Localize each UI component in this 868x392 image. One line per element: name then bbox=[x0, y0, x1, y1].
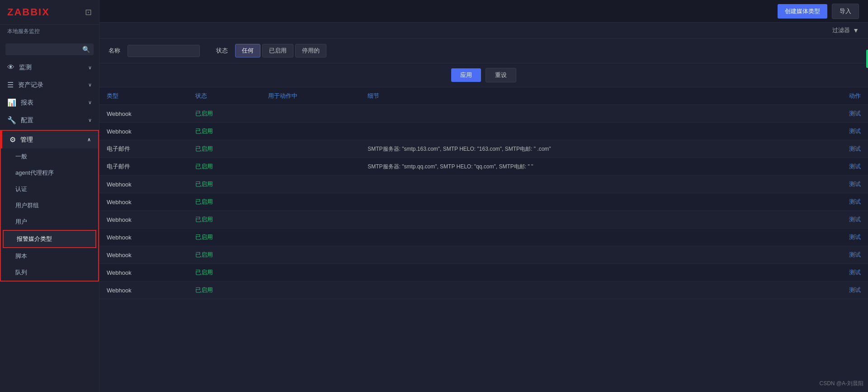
col-type[interactable]: 类型 bbox=[99, 87, 188, 105]
test-action-link[interactable]: 测试 bbox=[849, 145, 861, 152]
watermark: CSDN @A-刘晨阳 bbox=[819, 380, 863, 387]
status-filter-label: 状态 bbox=[216, 47, 228, 55]
sidebar-item-admin-label: 管理 bbox=[20, 136, 33, 144]
sidebar-item-reports[interactable]: 📊 报表 ∨ bbox=[0, 94, 99, 111]
sidebar-item-media-types[interactable]: 报警媒介类型 bbox=[3, 230, 96, 248]
sidebar: ZABBIX ⊡ 本地服务监控 🔍 👁 监测 ∨ ☰ 资产记录 ∨ 📊 报表 ∨… bbox=[0, 0, 99, 392]
search-input[interactable] bbox=[9, 46, 82, 53]
table-row: Webhook已启用测试 bbox=[99, 229, 868, 246]
cell-action: 测试 bbox=[809, 176, 868, 193]
cell-action: 测试 bbox=[809, 229, 868, 246]
status-radio-group: 任何 已启用 停用的 bbox=[235, 44, 326, 57]
cell-status: 已启用 bbox=[188, 105, 261, 123]
cell-status: 已启用 bbox=[188, 229, 261, 246]
cell-details bbox=[360, 246, 808, 264]
cell-status: 已启用 bbox=[188, 158, 261, 176]
search-icon[interactable]: 🔍 bbox=[82, 46, 90, 53]
table-row: Webhook已启用测试 bbox=[99, 105, 868, 123]
cell-details bbox=[360, 193, 808, 211]
assets-icon: ☰ bbox=[7, 81, 14, 89]
table-body: Webhook已启用测试Webhook已启用测试电子邮件已启用SMTP服务器: … bbox=[99, 105, 868, 299]
status-disabled-button[interactable]: 停用的 bbox=[295, 44, 326, 57]
cell-action: 测试 bbox=[809, 193, 868, 211]
config-arrow: ∨ bbox=[88, 117, 92, 123]
sidebar-item-config-label: 配置 bbox=[21, 116, 33, 124]
test-action-link[interactable]: 测试 bbox=[849, 251, 861, 258]
config-icon: 🔧 bbox=[7, 116, 16, 124]
sidebar-item-monitor[interactable]: 👁 监测 ∨ bbox=[0, 59, 99, 76]
cell-details bbox=[360, 211, 808, 229]
import-button[interactable]: 导入 bbox=[832, 4, 859, 19]
sidebar-item-assets[interactable]: ☰ 资产记录 ∨ bbox=[0, 76, 99, 94]
cell-in-action bbox=[261, 282, 360, 299]
filter-toggle-row: 过滤器 ▼ bbox=[99, 23, 868, 38]
name-filter-input[interactable] bbox=[127, 45, 200, 57]
test-action-link[interactable]: 测试 bbox=[849, 128, 861, 134]
col-details: 细节 bbox=[360, 87, 808, 105]
filter-icon[interactable]: ▼ bbox=[853, 27, 859, 34]
apply-filter-button[interactable]: 应用 bbox=[451, 68, 481, 82]
cell-details bbox=[360, 105, 808, 123]
cell-details bbox=[360, 176, 808, 193]
sidebar-item-queue[interactable]: 队列 bbox=[1, 264, 98, 281]
sidebar-item-admin[interactable]: ⚙ 管理 ∧ bbox=[1, 131, 98, 148]
main-content: 创建媒体类型 导入 过滤器 ▼ 名称 状态 任何 已启用 停用的 应用 重设 bbox=[99, 0, 868, 392]
table-row: 电子邮件已启用SMTP服务器: "smtp.163.com", SMTP HEL… bbox=[99, 140, 868, 158]
cell-details bbox=[360, 282, 808, 299]
app-logo: ZABBIX bbox=[7, 6, 50, 18]
col-status: 状态 bbox=[188, 87, 261, 105]
table-row: Webhook已启用测试 bbox=[99, 193, 868, 211]
test-action-link[interactable]: 测试 bbox=[849, 198, 861, 205]
reports-arrow: ∨ bbox=[88, 100, 92, 105]
cell-in-action bbox=[261, 176, 360, 193]
table-row: Webhook已启用测试 bbox=[99, 211, 868, 229]
cell-in-action bbox=[261, 158, 360, 176]
cell-type: 电子邮件 bbox=[99, 140, 188, 158]
cell-status: 已启用 bbox=[188, 193, 261, 211]
test-action-link[interactable]: 测试 bbox=[849, 234, 861, 240]
monitor-arrow: ∨ bbox=[88, 65, 92, 71]
search-box[interactable]: 🔍 bbox=[5, 43, 94, 55]
sidebar-item-agent[interactable]: agent代理程序 bbox=[1, 165, 98, 181]
cell-type: Webhook bbox=[99, 246, 188, 264]
cell-details bbox=[360, 229, 808, 246]
cell-type: Webhook bbox=[99, 193, 188, 211]
test-action-link[interactable]: 测试 bbox=[849, 287, 861, 293]
expand-icon[interactable]: ⊡ bbox=[85, 7, 92, 17]
cell-in-action bbox=[261, 264, 360, 282]
logo-area: ZABBIX ⊡ bbox=[0, 0, 99, 25]
cell-status: 已启用 bbox=[188, 140, 261, 158]
cell-type: Webhook bbox=[99, 176, 188, 193]
cell-in-action bbox=[261, 193, 360, 211]
cell-type: Webhook bbox=[99, 105, 188, 123]
test-action-link[interactable]: 测试 bbox=[849, 269, 861, 276]
table-header: 类型 状态 用于动作中 细节 动作 bbox=[99, 87, 868, 105]
sidebar-item-scripts[interactable]: 脚本 bbox=[1, 248, 98, 264]
filter-label: 过滤器 bbox=[832, 26, 850, 34]
table-row: 电子邮件已启用SMTP服务器: "smtp.qq.com", SMTP HELO… bbox=[99, 158, 868, 176]
assets-arrow: ∨ bbox=[88, 82, 92, 88]
monitor-icon: 👁 bbox=[7, 63, 14, 72]
reset-filter-button[interactable]: 重设 bbox=[486, 68, 516, 82]
test-action-link[interactable]: 测试 bbox=[849, 163, 861, 170]
cell-status: 已启用 bbox=[188, 264, 261, 282]
test-action-link[interactable]: 测试 bbox=[849, 216, 861, 223]
sidebar-item-usergroups[interactable]: 用户群组 bbox=[1, 197, 98, 214]
sidebar-item-users[interactable]: 用户 bbox=[1, 214, 98, 230]
app-subtitle: 本地服务监控 bbox=[0, 25, 99, 40]
cell-details bbox=[360, 123, 808, 140]
sidebar-item-config[interactable]: 🔧 配置 ∨ bbox=[0, 111, 99, 129]
test-action-link[interactable]: 测试 bbox=[849, 110, 861, 117]
cell-in-action bbox=[261, 140, 360, 158]
status-any-button[interactable]: 任何 bbox=[235, 44, 260, 57]
sidebar-item-general[interactable]: 一般 bbox=[1, 148, 98, 165]
sidebar-item-auth[interactable]: 认证 bbox=[1, 181, 98, 197]
cell-action: 测试 bbox=[809, 140, 868, 158]
create-media-type-button[interactable]: 创建媒体类型 bbox=[778, 4, 827, 19]
test-action-link[interactable]: 测试 bbox=[849, 181, 861, 187]
status-enabled-button[interactable]: 已启用 bbox=[262, 44, 293, 57]
cell-type: 电子邮件 bbox=[99, 158, 188, 176]
cell-in-action bbox=[261, 123, 360, 140]
topbar: 创建媒体类型 导入 bbox=[99, 0, 868, 23]
reports-icon: 📊 bbox=[7, 98, 16, 107]
